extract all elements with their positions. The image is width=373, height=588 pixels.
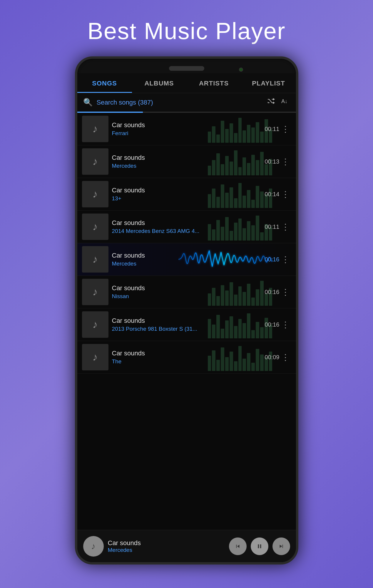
music-note-icon-2: ♪ bbox=[93, 155, 98, 168]
prev-button[interactable] bbox=[229, 537, 247, 555]
song-info-7: Car sounds 2013 Porsche 981 Boxster S (3… bbox=[108, 317, 259, 332]
song-thumb-6: ♪ bbox=[82, 279, 108, 305]
song-item-1[interactable]: ♪ Car sounds Ferrari 00:11 ⋮ bbox=[77, 113, 296, 145]
song-info-8: Car sounds The bbox=[108, 350, 259, 365]
song-info-1: Car sounds Ferrari bbox=[108, 121, 259, 137]
sort-az-icon[interactable]: A↓ bbox=[281, 97, 290, 107]
player-controls bbox=[229, 537, 290, 555]
tab-artists[interactable]: ARTISTS bbox=[187, 73, 241, 93]
song-duration-4: 00:11 bbox=[259, 224, 280, 230]
phone-speaker bbox=[169, 66, 204, 71]
tab-songs[interactable]: SONGS bbox=[77, 73, 132, 93]
song-menu-3[interactable]: ⋮ bbox=[280, 189, 291, 199]
pause-button[interactable] bbox=[251, 537, 268, 555]
music-note-icon-4: ♪ bbox=[93, 221, 98, 233]
song-item-4[interactable]: ♪ Car sounds 2014 Mercedes Benz S63 AMG … bbox=[77, 211, 296, 243]
player-music-note-icon: ♪ bbox=[91, 541, 96, 551]
song-title-4: Car sounds bbox=[112, 219, 255, 227]
page-title: Best Music Player bbox=[87, 18, 285, 45]
song-thumb-4: ♪ bbox=[82, 214, 108, 240]
song-duration-1: 00:11 bbox=[259, 126, 280, 132]
player-artist: Mercedes bbox=[108, 547, 225, 553]
song-artist-2: Mercedes bbox=[112, 163, 255, 169]
tabs-bar: SONGS ALBUMS ARTISTS PLAYLIST bbox=[77, 73, 296, 93]
song-list: ♪ Car sounds Ferrari 00:11 ⋮ bbox=[77, 113, 296, 530]
search-input[interactable]: Search songs (387) bbox=[97, 99, 263, 106]
song-artist-3: 13+ bbox=[112, 195, 255, 202]
music-note-icon-7: ♪ bbox=[93, 318, 98, 331]
song-title-1: Car sounds bbox=[112, 121, 255, 129]
song-info-5: Car sounds Mercedes bbox=[108, 252, 259, 267]
song-title-6: Car sounds bbox=[112, 284, 255, 292]
song-menu-1[interactable]: ⋮ bbox=[280, 124, 291, 134]
song-artist-5: Mercedes bbox=[112, 261, 255, 267]
song-thumb-7: ♪ bbox=[82, 311, 108, 338]
song-artist-1: Ferrari bbox=[112, 130, 255, 137]
song-item-2[interactable]: ♪ Car sounds Mercedes 00:13 ⋮ bbox=[77, 145, 296, 178]
music-note-icon-1: ♪ bbox=[93, 123, 98, 135]
song-title-3: Car sounds bbox=[112, 187, 255, 194]
song-info-6: Car sounds Nissan bbox=[108, 284, 259, 300]
song-item-7[interactable]: ♪ Car sounds 2013 Porsche 981 Boxster S … bbox=[77, 308, 296, 341]
song-menu-4[interactable]: ⋮ bbox=[280, 222, 291, 232]
song-artist-4: 2014 Mercedes Benz S63 AMG 4... bbox=[112, 228, 255, 234]
song-title-8: Car sounds bbox=[112, 350, 255, 357]
search-bar: 🔍 Search songs (387) A↓ bbox=[77, 93, 296, 112]
song-info-3: Car sounds 13+ bbox=[108, 187, 259, 202]
song-thumb-2: ♪ bbox=[82, 148, 108, 175]
song-title-2: Car sounds bbox=[112, 154, 255, 162]
song-menu-6[interactable]: ⋮ bbox=[280, 287, 291, 297]
song-title-5: Car sounds bbox=[112, 252, 255, 259]
song-thumb-5: ♪ bbox=[82, 246, 108, 273]
svg-text:A↓: A↓ bbox=[281, 98, 287, 104]
song-duration-5: 00:16 bbox=[259, 256, 280, 263]
song-item-8[interactable]: ♪ Car sounds The 00:09 ⋮ bbox=[77, 341, 296, 374]
music-note-icon-3: ♪ bbox=[93, 188, 98, 200]
song-menu-5[interactable]: ⋮ bbox=[280, 255, 291, 264]
next-button[interactable] bbox=[272, 537, 290, 555]
song-info-4: Car sounds 2014 Mercedes Benz S63 AMG 4.… bbox=[108, 219, 259, 234]
song-artist-6: Nissan bbox=[112, 293, 255, 300]
song-duration-7: 00:16 bbox=[259, 321, 280, 328]
song-artist-8: The bbox=[112, 358, 255, 365]
song-thumb-1: ♪ bbox=[82, 116, 108, 142]
shuffle-icon[interactable] bbox=[267, 98, 276, 107]
song-menu-7[interactable]: ⋮ bbox=[280, 320, 291, 330]
phone-screen: SONGS ALBUMS ARTISTS PLAYLIST 🔍 Search s… bbox=[77, 73, 296, 562]
song-duration-3: 00:14 bbox=[259, 191, 280, 198]
music-note-icon-5: ♪ bbox=[93, 253, 98, 266]
song-duration-6: 00:16 bbox=[259, 289, 280, 295]
song-thumb-8: ♪ bbox=[82, 344, 108, 370]
song-artist-7: 2013 Porsche 981 Boxster S (31... bbox=[112, 326, 255, 332]
song-item-3[interactable]: ♪ Car sounds 13+ 00:14 ⋮ bbox=[77, 178, 296, 211]
bottom-player: ♪ Car sounds Mercedes bbox=[77, 530, 296, 562]
player-title: Car sounds bbox=[108, 539, 225, 547]
song-thumb-3: ♪ bbox=[82, 181, 108, 207]
player-info: Car sounds Mercedes bbox=[108, 539, 225, 553]
song-item-5[interactable]: ♪ Car sounds Mercedes bbox=[77, 243, 296, 276]
phone-camera bbox=[239, 68, 243, 72]
song-title-7: Car sounds bbox=[112, 317, 255, 325]
song-duration-2: 00:13 bbox=[259, 158, 280, 165]
search-actions: A↓ bbox=[267, 97, 290, 107]
song-item-6[interactable]: ♪ Car sounds Nissan 00:16 ⋮ bbox=[77, 276, 296, 308]
music-note-icon-8: ♪ bbox=[93, 351, 98, 363]
song-menu-2[interactable]: ⋮ bbox=[280, 157, 291, 167]
song-info-2: Car sounds Mercedes bbox=[108, 154, 259, 169]
song-menu-8[interactable]: ⋮ bbox=[280, 352, 291, 362]
music-note-icon-6: ♪ bbox=[93, 286, 98, 298]
player-thumb: ♪ bbox=[83, 536, 104, 557]
tab-albums[interactable]: ALBUMS bbox=[132, 73, 187, 93]
song-duration-8: 00:09 bbox=[259, 354, 280, 361]
tab-playlist[interactable]: PLAYLIST bbox=[241, 73, 296, 93]
search-icon: 🔍 bbox=[83, 98, 93, 107]
phone-device: SONGS ALBUMS ARTISTS PLAYLIST 🔍 Search s… bbox=[75, 56, 298, 565]
